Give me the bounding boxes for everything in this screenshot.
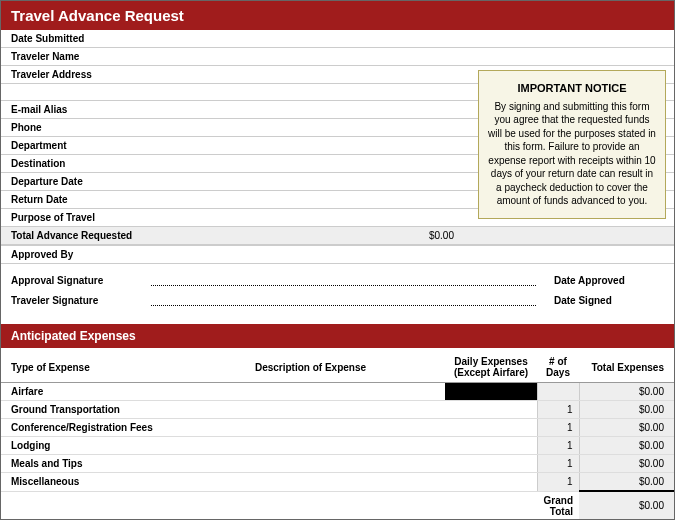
expense-total: $0.00 xyxy=(579,419,674,437)
col-total: Total Expenses xyxy=(579,352,674,383)
label-traveler-address: Traveler Address xyxy=(1,66,151,84)
expense-type: Conference/Registration Fees xyxy=(1,419,176,437)
page-title: Travel Advance Request xyxy=(1,1,674,30)
expenses-heading: Anticipated Expenses xyxy=(1,324,674,348)
expense-total: $0.00 xyxy=(579,401,674,419)
expense-desc[interactable] xyxy=(176,437,445,455)
grand-total-label: Grand Total xyxy=(537,491,579,520)
expense-desc[interactable] xyxy=(176,455,445,473)
expense-type: Lodging xyxy=(1,437,176,455)
expense-type: Miscellaneous xyxy=(1,473,176,492)
col-days: # of Days xyxy=(537,352,579,383)
label-approval-signature: Approval Signature xyxy=(11,275,151,286)
expense-desc[interactable] xyxy=(176,419,445,437)
expense-desc[interactable] xyxy=(176,473,445,492)
expense-row: Conference/Registration Fees1$0.00 xyxy=(1,419,674,437)
expense-daily[interactable] xyxy=(445,473,537,492)
expense-days[interactable]: 1 xyxy=(537,437,579,455)
expense-days[interactable]: 1 xyxy=(537,419,579,437)
expense-row: Miscellaneous1$0.00 xyxy=(1,473,674,492)
label-phone: Phone xyxy=(1,119,151,137)
col-desc: Description of Expense xyxy=(176,352,445,383)
form-area: IMPORTANT NOTICE By signing and submitti… xyxy=(1,30,674,314)
expense-days[interactable] xyxy=(537,383,579,401)
label-departure-date: Departure Date xyxy=(1,173,151,191)
label-date-signed: Date Signed xyxy=(554,295,664,306)
expense-desc[interactable] xyxy=(176,401,445,419)
expense-row: Ground Transportation1$0.00 xyxy=(1,401,674,419)
label-department: Department xyxy=(1,137,151,155)
expense-days[interactable]: 1 xyxy=(537,473,579,492)
label-email-alias: E-mail Alias xyxy=(1,101,151,119)
expense-total: $0.00 xyxy=(579,473,674,492)
label-date-approved: Date Approved xyxy=(554,275,664,286)
traveler-signature-row: Traveler Signature Date Signed xyxy=(1,286,674,314)
expense-type: Meals and Tips xyxy=(1,455,176,473)
label-purpose: Purpose of Travel xyxy=(1,209,151,227)
label-traveler-signature: Traveler Signature xyxy=(11,295,151,306)
value-traveler-name[interactable] xyxy=(151,48,674,66)
traveler-signature-line[interactable] xyxy=(151,292,536,306)
approval-signature-line[interactable] xyxy=(151,272,536,286)
expense-row: Lodging1$0.00 xyxy=(1,437,674,455)
expense-daily[interactable] xyxy=(445,383,537,401)
col-daily: Daily Expenses (Except Airfare) xyxy=(445,352,537,383)
label-traveler-name: Traveler Name xyxy=(1,48,151,66)
expense-daily[interactable] xyxy=(445,401,537,419)
expense-daily[interactable] xyxy=(445,437,537,455)
label-approved-by: Approved By xyxy=(1,245,674,264)
expense-row: Meals and Tips1$0.00 xyxy=(1,455,674,473)
value-total-requested: $0.00 xyxy=(151,227,674,245)
label-date-submitted: Date Submitted xyxy=(1,30,151,48)
expense-total: $0.00 xyxy=(579,383,674,401)
expense-type: Ground Transportation xyxy=(1,401,176,419)
expense-days[interactable]: 1 xyxy=(537,455,579,473)
col-type: Type of Expense xyxy=(1,352,176,383)
notice-heading: IMPORTANT NOTICE xyxy=(487,81,657,96)
expense-daily[interactable] xyxy=(445,455,537,473)
expense-desc[interactable] xyxy=(176,383,445,401)
expenses-table: Type of Expense Description of Expense D… xyxy=(1,352,674,520)
expense-row: Airfare$0.00 xyxy=(1,383,674,401)
expense-daily[interactable] xyxy=(445,419,537,437)
approval-signature-row: Approval Signature Date Approved xyxy=(1,266,674,286)
expense-type: Airfare xyxy=(1,383,176,401)
expense-total: $0.00 xyxy=(579,455,674,473)
label-return-date: Return Date xyxy=(1,191,151,209)
expense-total: $0.00 xyxy=(579,437,674,455)
label-total-requested: Total Advance Requested xyxy=(1,227,151,245)
label-traveler-address-2 xyxy=(1,84,151,101)
expense-days[interactable]: 1 xyxy=(537,401,579,419)
notice-body: By signing and submitting this form you … xyxy=(488,101,656,207)
label-destination: Destination xyxy=(1,155,151,173)
signature-block: Approval Signature Date Approved Travele… xyxy=(1,266,674,314)
value-date-submitted[interactable] xyxy=(151,30,674,48)
grand-total-value: $0.00 xyxy=(579,491,674,520)
important-notice-box: IMPORTANT NOTICE By signing and submitti… xyxy=(478,70,666,219)
